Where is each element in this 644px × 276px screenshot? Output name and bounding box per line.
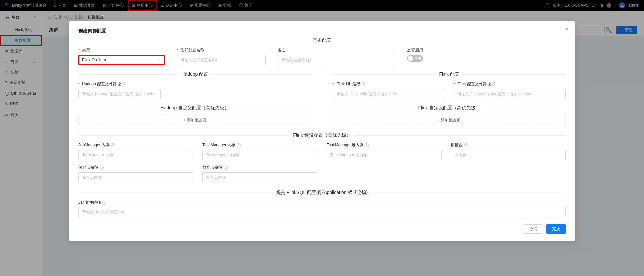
section-flink: Flink 配置 (333, 71, 566, 77)
select-type[interactable]: Flink On Yarn ⌄ (78, 55, 165, 65)
plus-icon: + (438, 118, 440, 122)
label-jar: Jar 文件路径? (78, 200, 566, 205)
section-hadoop-custom: Hadoop 自定义配置（高优先级） (78, 105, 311, 111)
help-icon[interactable]: ? (102, 201, 106, 205)
input-slots[interactable] (451, 150, 566, 160)
plus-icon: + (183, 118, 186, 122)
help-icon[interactable]: ? (237, 143, 241, 147)
section-basic: 基本配置 (78, 37, 566, 43)
label-jm-mem: JobManager 内存? (78, 142, 193, 148)
modal-footer: 取消 完成 (78, 224, 566, 234)
help-icon[interactable]: ? (224, 166, 228, 170)
label-hadoop-conf: Hadoop 配置文件路径? (78, 81, 311, 87)
section-flink-custom: Flink 自定义配置（高优先级） (333, 105, 566, 111)
label-tm-heap: TaskManager 堆内存? (327, 142, 442, 148)
help-icon[interactable]: ? (100, 166, 104, 170)
help-icon[interactable]: ? (362, 82, 365, 86)
label-remark: 备注 (278, 47, 395, 53)
input-flink-lib[interactable] (333, 89, 445, 99)
ok-button[interactable]: 完成 (546, 224, 566, 234)
modal: ✕ 创建集群配置 基本配置 类型 Flink On Yarn ⌄ 集群配置名称 … (69, 21, 575, 241)
label-slots: 插槽数? (451, 142, 566, 148)
input-remark[interactable] (278, 55, 395, 65)
label-tm-mem: TaskManager 内存? (202, 142, 317, 148)
input-name[interactable] (177, 55, 266, 65)
label-flink-lib: Flink Lib 路径? (333, 81, 445, 87)
cancel-button[interactable]: 取消 (524, 224, 543, 234)
help-icon[interactable]: ? (111, 143, 115, 147)
input-flink-conf[interactable] (454, 89, 566, 99)
input-jm-mem[interactable] (78, 150, 193, 160)
switch-knob (408, 56, 413, 61)
input-hadoop-conf[interactable] (78, 89, 161, 99)
modal-overlay: ✕ 创建集群配置 基本配置 类型 Flink On Yarn ⌄ 集群配置名称 … (0, 0, 644, 276)
label-savepoint: 保存点路径? (78, 165, 193, 170)
add-hadoop-config[interactable]: + 添加配置项 (78, 115, 311, 125)
input-checkpoint[interactable] (202, 172, 317, 182)
section-flink-preset: Flink 预设配置（高优先级） (78, 132, 566, 138)
help-icon[interactable]: ? (365, 143, 369, 147)
label-enabled: 是否启用 (407, 47, 566, 53)
help-icon[interactable]: ? (464, 143, 468, 147)
close-button[interactable]: ✕ (565, 26, 569, 32)
close-icon: ✕ (565, 26, 569, 32)
vertical-divider (322, 68, 322, 125)
switch-enabled[interactable]: 禁用 (407, 55, 423, 62)
label-flink-conf: Flink 配置文件路径? (454, 81, 566, 87)
section-hadoop: Hadoop 配置 (78, 71, 311, 77)
input-jar[interactable] (78, 207, 566, 217)
input-tm-mem[interactable] (202, 150, 317, 160)
help-icon[interactable]: ? (122, 82, 126, 86)
label-checkpoint: 检查点路径? (202, 165, 317, 170)
modal-title: 创建集群配置 (78, 28, 566, 34)
chevron-down-icon: ⌄ (158, 58, 161, 62)
label-type: 类型 (78, 47, 165, 53)
section-submit: 提交 FlinkSQL 配置项 (Application 模式必填) (78, 190, 566, 196)
add-flink-config[interactable]: + 添加配置项 (333, 115, 566, 125)
input-tm-heap[interactable] (327, 150, 442, 160)
label-name: 集群配置名称 (177, 47, 266, 53)
input-savepoint[interactable] (78, 172, 193, 182)
help-icon[interactable]: ? (492, 82, 496, 86)
